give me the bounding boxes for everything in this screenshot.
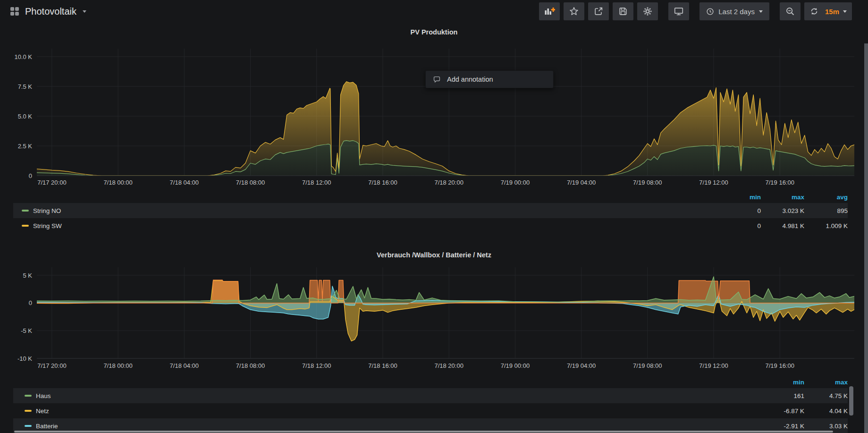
series-areas (37, 82, 854, 176)
x-axis-tick-label: 7/19 12:00 (699, 179, 728, 186)
chevron-down-icon[interactable] (83, 10, 86, 13)
star-icon (569, 6, 579, 17)
y-axis-tick-label: 0 (29, 172, 32, 179)
dashboard-grid-icon[interactable] (10, 7, 19, 16)
legend-min-value: 0 (717, 207, 761, 214)
gear-icon (642, 6, 653, 17)
x-axis-tick-label: 7/18 00:00 (103, 362, 132, 369)
grid-square (15, 12, 19, 16)
legend-min-value: 161 (761, 392, 804, 399)
bar-chart-plus-icon (544, 6, 555, 17)
floppy-disk-icon (618, 6, 628, 17)
verbrauch-legend: minmaxHaus1614.75 KNetz-6.87 K4.04 KBatt… (13, 376, 848, 433)
favorite-button[interactable] (564, 2, 584, 20)
horizontal-scrollbar[interactable] (14, 431, 833, 433)
series-color-swatch[interactable] (25, 425, 32, 427)
series-name: Batterie (36, 423, 58, 430)
grid-square (10, 12, 14, 16)
pv-produktion-legend: minmaxavgString NO03.023 K895String SW04… (13, 191, 848, 233)
x-axis-tick-label: 7/17 20:00 (37, 179, 66, 186)
x-axis-tick-label: 7/18 08:00 (236, 179, 265, 186)
legend-sort-avg[interactable]: avg (804, 194, 848, 201)
legend-scrollbar[interactable] (849, 386, 853, 416)
x-axis-tick-label: 7/18 00:00 (103, 179, 132, 186)
save-button[interactable] (613, 2, 633, 20)
y-axis-tick-label: 7.5 K (18, 83, 33, 90)
legend-max-value: 4.75 K (804, 392, 848, 399)
dashboard-title[interactable]: Photovoltaik (25, 6, 76, 17)
legend-min-value: -6.87 K (761, 408, 804, 415)
x-axis-tick-label: 7/18 16:00 (368, 179, 397, 186)
x-axis-tick-label: 7/19 00:00 (501, 362, 530, 369)
monitor-icon (673, 6, 684, 17)
legend-max-value: 4.04 K (804, 408, 848, 415)
series-name: String NO (33, 207, 61, 214)
x-axis-tick-label: 7/19 16:00 (766, 179, 794, 186)
legend-sort-min[interactable]: min (761, 379, 804, 386)
series-color-swatch[interactable] (22, 225, 29, 227)
x-axis-tick-label: 7/19 12:00 (699, 362, 728, 369)
legend-sort-max[interactable]: max (761, 194, 804, 201)
pv-produktion-chart[interactable]: 02.5 K5.0 K7.5 K10.0 K7/17 20:007/18 00:… (0, 45, 868, 191)
legend-avg-value: 1.009 K (804, 222, 848, 229)
series-name: String SW (33, 222, 62, 229)
legend-row-string-sw[interactable]: String SW04.981 K1.009 K (13, 218, 848, 233)
magnifier-minus-icon (785, 6, 795, 17)
share-arrow-icon (593, 6, 604, 17)
x-axis-tick-label: 7/18 04:00 (170, 362, 199, 369)
legend-row-haus[interactable]: Haus1614.75 K (13, 388, 848, 403)
refresh-button[interactable] (804, 2, 824, 20)
legend-sort-max[interactable]: max (804, 379, 848, 386)
grid-square (10, 7, 14, 11)
refresh-interval-label: 15m (825, 8, 839, 16)
series-color-swatch[interactable] (25, 410, 32, 412)
time-range-picker[interactable]: Last 2 days (699, 2, 769, 20)
x-axis-tick-label: 7/19 08:00 (633, 179, 662, 186)
refresh-icon (809, 7, 819, 16)
legend-max-value: 3.023 K (761, 207, 804, 214)
legend-row-string-no[interactable]: String NO03.023 K895 (13, 203, 848, 218)
y-axis-tick-label: 5 K (23, 272, 32, 279)
chevron-down-icon (843, 10, 847, 13)
x-axis-tick-label: 7/18 04:00 (170, 179, 199, 186)
y-axis-tick-label: -10 K (17, 355, 32, 362)
chevron-down-icon (759, 10, 763, 13)
legend-sort-min[interactable]: min (717, 194, 761, 201)
add-panel-button[interactable] (539, 2, 560, 20)
y-axis-tick-label: 2.5 K (18, 143, 33, 150)
panel-title-pv-produktion[interactable]: PV Produktion (0, 28, 868, 36)
add-annotation-menu-item[interactable]: Add annotation (425, 70, 554, 88)
y-axis-tick-label: 0 (29, 299, 32, 306)
legend-header-row: minmaxavg (13, 191, 848, 203)
legend-max-value: 3.03 K (804, 423, 848, 430)
legend-header-row: minmax (13, 376, 848, 388)
x-axis-tick-label: 7/19 04:00 (567, 179, 596, 186)
legend-max-value: 4.981 K (761, 222, 804, 229)
x-axis-tick-label: 7/19 04:00 (567, 362, 596, 369)
x-axis-tick-label: 7/18 20:00 (434, 179, 463, 186)
legend-row-netz[interactable]: Netz-6.87 K4.04 K (13, 403, 848, 418)
series-color-swatch[interactable] (22, 210, 29, 212)
x-axis-tick-label: 7/19 08:00 (633, 362, 662, 369)
verbrauch-chart[interactable]: 5 K0-5 K-10 K7/17 20:007/18 00:007/18 04… (0, 262, 868, 373)
legend-min-value: 0 (717, 222, 761, 229)
x-axis-tick-label: 7/18 08:00 (236, 362, 265, 369)
page-scrollbar[interactable] (864, 43, 868, 433)
y-axis-tick-label: 5.0 K (18, 113, 33, 120)
series-areas (37, 277, 854, 341)
refresh-interval-dropdown[interactable]: 15m (824, 2, 852, 20)
comment-bubble-icon (432, 75, 441, 84)
legend-min-value: -2.91 K (761, 423, 804, 430)
panel-title-verbrauch[interactable]: Verbrauch /Wallbox / Batterie / Netz (0, 251, 868, 259)
navbar: Photovoltaik (0, 0, 868, 23)
cycle-view-button[interactable] (668, 2, 689, 20)
share-button[interactable] (588, 2, 609, 20)
grid-square (15, 7, 19, 11)
settings-button[interactable] (637, 2, 658, 20)
x-axis-tick-label: 7/17 20:00 (37, 362, 66, 369)
clock-icon (706, 8, 714, 16)
zoom-out-button[interactable] (780, 2, 801, 20)
time-range-label: Last 2 days (718, 8, 755, 16)
series-color-swatch[interactable] (25, 395, 32, 397)
x-axis-tick-label: 7/18 12:00 (302, 179, 331, 186)
